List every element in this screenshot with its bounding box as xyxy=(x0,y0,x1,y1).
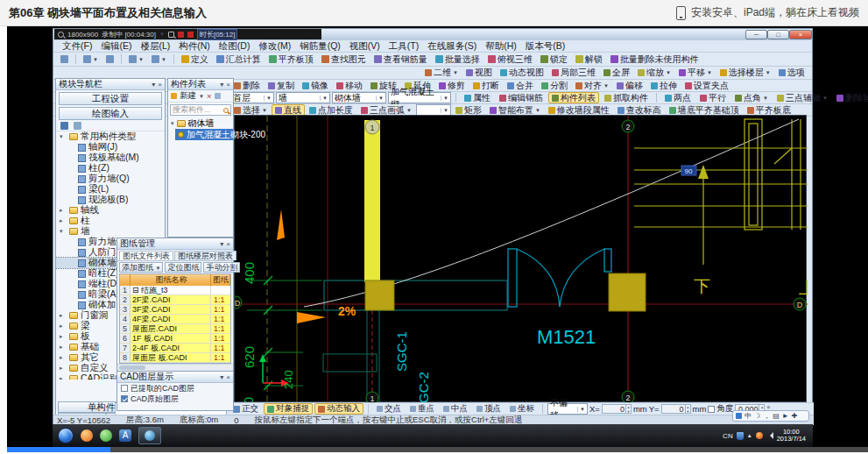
spinner-icon[interactable]: ▲ ▼ xyxy=(685,405,690,413)
snap-point-2[interactable]: 中点 xyxy=(440,403,471,415)
search-icon[interactable] xyxy=(223,108,229,113)
context-button-0[interactable]: 属性 xyxy=(461,92,494,103)
menu-item-0[interactable]: 文件(F) xyxy=(59,40,95,53)
snap-toggle-1[interactable]: 对象捕捉 xyxy=(264,403,313,415)
sheet-row-5[interactable]: 6 1F 板.CADI1:1 xyxy=(120,334,230,344)
pin-icon[interactable]: ▾ xyxy=(152,81,155,89)
modify-tool-1[interactable]: 复制 xyxy=(265,80,298,91)
chevron-down-icon[interactable]: ▼ xyxy=(199,94,204,99)
modify-tool-0[interactable]: 删除 xyxy=(230,80,264,91)
open-button[interactable]: ▼ xyxy=(80,53,102,65)
video-progress-track[interactable] xyxy=(7,447,868,452)
snap-point-3[interactable]: 顶点 xyxy=(473,403,505,415)
axis-tool-2[interactable]: 点角▼ xyxy=(731,92,772,103)
modify-tool-2[interactable]: 镜像 xyxy=(299,80,332,91)
modify-tool-6[interactable]: 修剪 xyxy=(435,80,469,91)
menu-item-9[interactable]: 在线服务(S) xyxy=(424,40,480,53)
std-tool-4[interactable]: 查看钢筋量 xyxy=(370,53,431,65)
close-button[interactable]: × xyxy=(789,30,812,39)
install-link[interactable]: 安装安卓、iPad端，躺在床上看视频 xyxy=(676,5,859,20)
context-combo-1[interactable]: 墙▼ xyxy=(276,92,330,103)
tray-flame-icon[interactable] xyxy=(756,432,763,439)
sheet-row-0[interactable]: 1⊟ 结施_t3 xyxy=(120,286,230,295)
component-search-input[interactable]: 搜索构件... xyxy=(170,104,231,116)
context-button-2[interactable]: 构件列表 xyxy=(548,92,599,103)
axis-tool-3[interactable]: 三点辅轴▼ xyxy=(773,92,831,103)
menu-item-10[interactable]: 帮助(H) xyxy=(482,40,520,53)
angle-checkbox[interactable] xyxy=(708,406,715,413)
close-icon[interactable]: × xyxy=(226,373,230,381)
std-tool-2[interactable]: 平齐板顶 xyxy=(265,53,317,65)
std-tool-8[interactable]: 解锁 xyxy=(572,53,606,65)
component-group-row[interactable]: ▾ 砌体墙 xyxy=(168,117,233,129)
std-tool-1[interactable]: 汇总计算 xyxy=(213,53,265,65)
menu-item-4[interactable]: 绘图(D) xyxy=(215,40,254,53)
tree-item-6[interactable]: 现浇板(B) xyxy=(56,195,165,205)
locate-sheet-button[interactable]: 定位图纸 xyxy=(165,262,201,273)
tree-item-4[interactable]: 剪力墙(Q) xyxy=(56,174,165,184)
layer-original-row[interactable]: CAD原始图层 xyxy=(117,394,233,404)
view-tool-2[interactable]: 动态视图 xyxy=(497,67,547,79)
horizontal-scrollbar[interactable] xyxy=(117,364,233,371)
view-tool-5[interactable]: 缩放▼ xyxy=(634,67,674,79)
ime-punct-icon[interactable]: ， xyxy=(763,411,770,421)
view-tool-6[interactable]: 平移▼ xyxy=(675,67,716,79)
taskbar-active-app[interactable] xyxy=(138,427,161,444)
door-m1521[interactable] xyxy=(508,249,611,307)
taskbar-green-app-icon[interactable] xyxy=(100,429,112,442)
video-frame[interactable]: 1800x900 录制中 [00:04:30] ▼ 时长[05:12] ─ □ … xyxy=(7,26,868,447)
new-component-button[interactable]: 新建 xyxy=(180,90,196,102)
menu-item-6[interactable]: 钢筋量(Q) xyxy=(296,40,344,53)
ime-language-bar[interactable]: 中 ☽ ， ▤ ► ✚ xyxy=(732,410,809,422)
tray-language[interactable]: CN xyxy=(723,432,733,440)
delete-component-button[interactable]: × xyxy=(207,91,212,101)
sheet-row-3[interactable]: 4 4F梁.CADI1:1 xyxy=(120,315,230,324)
save-button[interactable] xyxy=(102,53,117,65)
project-settings-button[interactable]: 工程设置 xyxy=(59,92,162,105)
draw-input-button[interactable]: 绘图输入 xyxy=(59,107,162,120)
std-tool-5[interactable]: 批量选择 xyxy=(432,53,483,65)
axis-tool-1[interactable]: 平行 xyxy=(696,92,730,103)
std-tool-6[interactable]: 俯视三维 xyxy=(484,53,536,65)
start-button[interactable] xyxy=(58,428,74,443)
copy-component-button[interactable] xyxy=(215,93,221,99)
tree-item-2[interactable]: 筏板基础(M) xyxy=(56,153,165,163)
tray-clock[interactable]: 10:00 2013/7/14 xyxy=(777,429,808,443)
record-button[interactable] xyxy=(178,32,184,38)
sheet-row-7[interactable]: 8 屋面层 板.CADI1:1 xyxy=(120,353,230,363)
close-icon[interactable]: × xyxy=(226,81,230,89)
ime-arrow-icon[interactable]: ► xyxy=(782,412,789,420)
sheet-row-2[interactable]: 3 3F梁.CADI1:1 xyxy=(120,305,230,315)
context-combo-3[interactable]: 加气混凝土砌▼ xyxy=(388,92,451,103)
column[interactable] xyxy=(609,273,646,311)
tree-item-8[interactable]: ▸柱 xyxy=(56,216,165,226)
spinner-icon[interactable]: ▲ ▼ xyxy=(625,405,631,413)
sheet-row-4[interactable]: 5 屋面层.CADI1:1 xyxy=(120,324,230,334)
expand-all-icon[interactable] xyxy=(60,122,68,130)
offset-combo[interactable]: 不偏移▼ xyxy=(547,403,588,415)
snap-toggle-2[interactable]: 动态输入 xyxy=(314,403,363,415)
view-tool-0[interactable]: 二维▼ xyxy=(421,67,462,79)
undo-button[interactable]: ▼ xyxy=(125,53,147,65)
std-tool-0[interactable]: 定义 xyxy=(178,53,212,65)
modify-tool-3[interactable]: 移动 xyxy=(333,80,366,91)
menu-item-5[interactable]: 修改(M) xyxy=(255,40,294,53)
pin-icon[interactable]: ▾ xyxy=(220,240,223,248)
view-tool-8[interactable]: 选项 xyxy=(775,67,808,79)
chevron-down-icon[interactable]: ▼ xyxy=(159,32,165,37)
tray-shield-icon[interactable] xyxy=(737,432,744,440)
close-icon[interactable]: × xyxy=(226,240,230,248)
maximize-button[interactable]: □ xyxy=(767,30,789,39)
snap-point-1[interactable]: 垂点 xyxy=(406,403,438,415)
tray-show-hidden-icon[interactable]: ▲ xyxy=(747,433,752,438)
drawing-canvas[interactable]: 400 620 240 180 SGC-1 SGC-2 M1521 2% 下 上… xyxy=(234,115,807,402)
snap-point-0[interactable]: 交点 xyxy=(373,403,405,415)
context-combo-2[interactable]: 砌体墙▼ xyxy=(332,92,386,103)
manual-split-button[interactable]: 手动分割 xyxy=(203,262,240,273)
context-combo-0[interactable]: 首层▼ xyxy=(230,92,274,103)
pin-icon[interactable]: ▾ xyxy=(220,81,223,89)
menu-item-11[interactable]: 版本号(B) xyxy=(522,40,569,53)
camera-icon[interactable] xyxy=(168,32,174,38)
ime-mode-chinese[interactable]: 中 xyxy=(745,411,752,421)
menu-item-8[interactable]: 工具(T) xyxy=(385,40,422,53)
